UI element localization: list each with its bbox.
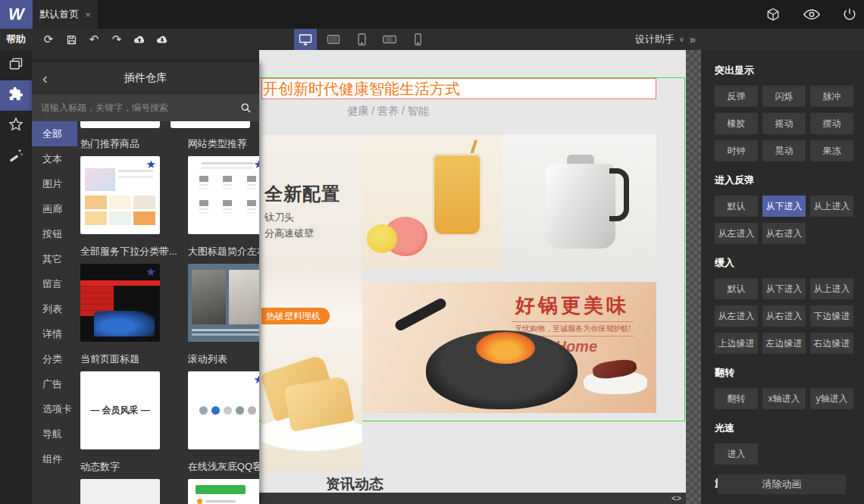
wok-banner-widget[interactable]: 好锅更美味 无忧购物，至诚服务为你保驾护航! Warm Home bbox=[362, 282, 656, 413]
plugin-card[interactable]: 网站类型推荐★ bbox=[188, 137, 259, 234]
device-phone-landscape[interactable] bbox=[378, 29, 401, 50]
plugin-card[interactable]: 全部服务下拉分类带...★ bbox=[80, 245, 177, 342]
plugin-card-label: 大图标题简介左右切... bbox=[188, 245, 259, 258]
plugin-card[interactable]: 热门推荐商品★ bbox=[80, 137, 177, 234]
device-desktop[interactable] bbox=[294, 29, 317, 50]
device-phone-portrait[interactable] bbox=[406, 29, 429, 50]
category-item[interactable]: 其它 bbox=[32, 246, 77, 271]
anim-section-title: 翻转 bbox=[715, 366, 853, 380]
favorites-star-icon bbox=[8, 117, 23, 135]
category-item[interactable]: 选项卡 bbox=[32, 396, 77, 421]
category-item[interactable]: 详情 bbox=[32, 321, 77, 346]
juice-image-widget[interactable] bbox=[362, 135, 502, 270]
tab-close-icon[interactable]: × bbox=[85, 9, 91, 20]
search-icon[interactable] bbox=[240, 102, 252, 114]
plugin-card[interactable]: 动态数字0 bbox=[80, 460, 177, 504]
category-item[interactable]: 广告 bbox=[32, 371, 77, 396]
anim-option-button[interactable]: 晃动 bbox=[762, 140, 806, 161]
sidebar-item-pages[interactable] bbox=[0, 50, 32, 80]
favorite-star-icon[interactable]: ★ bbox=[253, 158, 259, 170]
preview-eye-icon[interactable] bbox=[803, 8, 820, 20]
category-item[interactable]: 留言 bbox=[32, 271, 77, 296]
category-item[interactable]: 列表 bbox=[32, 296, 77, 321]
anim-section-title: 光速 bbox=[715, 421, 853, 435]
anim-option-button[interactable]: 从上进入 bbox=[810, 278, 853, 299]
save-icon[interactable] bbox=[64, 33, 78, 46]
category-item[interactable]: 分类 bbox=[32, 346, 77, 371]
help-button[interactable]: 帮助 bbox=[6, 29, 26, 50]
anim-option-button[interactable]: 默认 bbox=[715, 278, 758, 299]
cloud-upload-icon[interactable] bbox=[133, 33, 146, 46]
wok-banner-title: 好锅更美味 bbox=[515, 293, 629, 319]
kettle-image-widget[interactable] bbox=[502, 135, 656, 270]
anim-option-button[interactable]: 上边缘进 bbox=[715, 333, 758, 354]
category-item[interactable]: 组件 bbox=[32, 446, 77, 471]
cloud-download-icon[interactable] bbox=[155, 33, 169, 46]
left-rail bbox=[0, 50, 32, 504]
favorite-star-icon[interactable]: ★ bbox=[253, 374, 259, 385]
plugin-card[interactable]: 当前页面标题— 会员风采 — bbox=[80, 352, 177, 449]
plugin-card[interactable]: 大图标题简介左右切... bbox=[188, 245, 259, 342]
code-view-icon[interactable]: <> bbox=[671, 494, 681, 503]
canvas-scrollbar[interactable] bbox=[686, 50, 701, 504]
anim-option-button[interactable]: 右边缘进 bbox=[810, 333, 853, 354]
undo-icon[interactable]: ↶ bbox=[87, 33, 101, 46]
sidebar-item-magic-wand[interactable] bbox=[0, 141, 32, 171]
plugin-search-input[interactable] bbox=[39, 102, 234, 114]
anim-option-button[interactable]: 从下进入 bbox=[762, 196, 806, 217]
anim-option-button[interactable]: 摇动 bbox=[762, 113, 806, 134]
anim-option-button[interactable]: 左边缘进 bbox=[762, 333, 806, 354]
category-item[interactable]: 文本 bbox=[32, 146, 77, 171]
anim-option-button[interactable]: 进入 bbox=[715, 443, 758, 465]
anim-option-button[interactable]: 反弹 bbox=[715, 86, 758, 107]
anim-option-button[interactable]: 果冻 bbox=[810, 140, 853, 161]
anim-option-button[interactable]: 从左进入 bbox=[715, 223, 758, 244]
plugin-card[interactable]: 在线浅灰底QQ客服 bbox=[188, 460, 259, 504]
refresh-icon[interactable]: ⟳ bbox=[42, 33, 55, 46]
anim-option-button[interactable]: 时钟 bbox=[715, 140, 758, 161]
device-tablet-landscape[interactable] bbox=[322, 29, 345, 50]
plugin-card[interactable]: 滚动列表★ bbox=[188, 352, 259, 449]
anim-option-button[interactable]: 闪烁 bbox=[762, 86, 806, 107]
device-tablet-portrait[interactable] bbox=[350, 29, 373, 50]
panel-back-icon[interactable]: ‹ bbox=[42, 62, 48, 94]
anim-option-button[interactable]: y轴进入 bbox=[810, 388, 853, 409]
favorite-star-icon[interactable]: ★ bbox=[146, 266, 156, 277]
anim-option-button[interactable]: 从右进入 bbox=[762, 305, 806, 327]
sidebar-item-favorites-star[interactable] bbox=[0, 111, 32, 141]
anim-option-button[interactable]: 橡胶 bbox=[715, 113, 758, 134]
anim-option-button[interactable]: 下边缘进 bbox=[810, 305, 853, 327]
news-section-title[interactable]: 资讯动态 bbox=[326, 474, 383, 494]
headline-text-widget[interactable]: 开创新时代健康智能生活方式 bbox=[261, 78, 656, 99]
category-item[interactable]: 图片 bbox=[32, 171, 77, 196]
redo-icon[interactable]: ↷ bbox=[110, 33, 124, 46]
anim-option-button[interactable]: 脉冲 bbox=[810, 86, 853, 107]
favorite-star-icon[interactable]: ★ bbox=[146, 158, 156, 170]
page-tab[interactable]: 默认首页 × bbox=[33, 0, 98, 29]
category-item[interactable]: 导航 bbox=[32, 421, 77, 446]
plugin-panel: ‹ 插件仓库 全部文本图片画廊按钮其它留言列表详情分类广告选项卡导航组件 热门推… bbox=[32, 62, 259, 504]
banner-left-image[interactable]: 全新配置 钛刀头 分高速破壁 热破壁料理机 bbox=[261, 135, 362, 471]
anim-section-title: 进入反弹 bbox=[715, 174, 853, 187]
anim-option-button[interactable]: 默认 bbox=[715, 196, 758, 217]
sidebar-item-plugins-puzzle[interactable] bbox=[0, 80, 32, 111]
clear-animation-button[interactable]: 清除动画 bbox=[718, 474, 846, 494]
anim-option-button[interactable]: 从右进入 bbox=[762, 223, 806, 244]
anim-option-button[interactable]: 翻转 bbox=[715, 388, 758, 409]
category-item[interactable]: 画廊 bbox=[32, 196, 77, 221]
category-item[interactable]: 按钮 bbox=[32, 221, 77, 246]
design-canvas[interactable]: 开创新时代健康智能生活方式 健康 / 营养 / 智能 全新配置 钛刀头 分高速破… bbox=[259, 50, 686, 504]
anim-option-button[interactable]: 摆动 bbox=[810, 113, 853, 134]
category-item[interactable]: 全部 bbox=[32, 121, 77, 146]
design-assistant-dropdown[interactable]: 设计助手 ∨ bbox=[635, 29, 684, 50]
subtitle-text-widget[interactable]: 健康 / 营养 / 智能 bbox=[305, 105, 471, 118]
anim-button-group: 默认从下进入从上进入从左进入从右进入下边缘进上边缘进左边缘进右边缘进 bbox=[715, 278, 853, 354]
app-logo[interactable]: W bbox=[0, 0, 33, 29]
anim-option-button[interactable]: x轴进入 bbox=[762, 388, 806, 409]
anim-option-button[interactable]: 从左进入 bbox=[715, 305, 758, 327]
power-icon[interactable] bbox=[843, 8, 856, 21]
collapse-panel-icon[interactable]: » bbox=[686, 29, 700, 50]
anim-option-button[interactable]: 从上进入 bbox=[810, 196, 853, 217]
publish-cube-icon[interactable] bbox=[765, 7, 781, 22]
anim-option-button[interactable]: 从下进入 bbox=[762, 278, 806, 299]
